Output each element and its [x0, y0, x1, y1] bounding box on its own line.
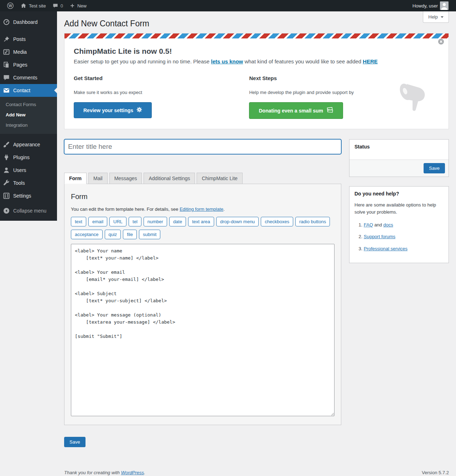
tag-button-quiz[interactable]: quiz — [105, 230, 121, 239]
tag-button-checkboxes[interactable]: checkboxes — [261, 217, 293, 226]
get-started-heading: Get Started — [74, 75, 249, 81]
tab-form[interactable]: Form — [64, 173, 87, 184]
dismiss-icon[interactable] — [438, 39, 444, 45]
wordpress-link[interactable]: WordPress — [121, 470, 144, 475]
tag-button-submit[interactable]: submit — [139, 230, 160, 239]
megaphone-icon — [384, 72, 439, 119]
sidebar-item-collapse-menu[interactable]: Collapse menu — [0, 204, 57, 217]
tag-button-date[interactable]: date — [169, 217, 186, 226]
tag-button-number[interactable]: number — [144, 217, 167, 226]
sidebar-item-media[interactable]: Media — [0, 46, 57, 58]
tag-button-acceptance[interactable]: acceptance — [71, 230, 103, 239]
sidebar-label: Plugins — [13, 155, 30, 160]
pages-icon — [3, 61, 10, 68]
menu-separator — [0, 28, 57, 33]
submenu-item-add-new[interactable]: Add New — [0, 110, 57, 120]
sidebar-label: Users — [13, 167, 26, 173]
docs-link[interactable]: docs — [383, 222, 393, 227]
sidebar-item-plugins[interactable]: Plugins — [0, 151, 57, 164]
comment-bubble-icon — [52, 3, 58, 9]
help-tab[interactable]: Help — [423, 11, 449, 23]
wrench-icon — [3, 179, 10, 187]
review-settings-label: Review your settings — [83, 108, 133, 113]
user-icon — [3, 167, 10, 174]
tag-button-radio-buttons[interactable]: radio buttons — [295, 217, 330, 226]
status-save-button[interactable]: Save — [424, 163, 445, 173]
banner-intro: Easier setup to get you up and running i… — [74, 58, 439, 64]
avatar — [440, 1, 449, 10]
save-button[interactable]: Save — [64, 437, 86, 447]
tag-button-file[interactable]: file — [123, 230, 137, 239]
help-box-intro: Here are some available options to help … — [354, 202, 444, 216]
settings-icon — [3, 192, 10, 199]
sidebar-item-contact[interactable]: Contact — [0, 84, 57, 97]
donate-label: Donating even a small sum — [259, 108, 323, 114]
next-steps-heading: Next Steps — [249, 75, 384, 81]
submenu-item-integration[interactable]: Integration — [0, 120, 57, 130]
media-icon — [3, 48, 10, 56]
form-legend: You can edit the form template here. For… — [71, 206, 335, 212]
admin-bar-new[interactable]: New — [66, 0, 90, 11]
admin-bar: W Test site 0 New Howdy, user — [0, 0, 456, 11]
footer-version: Version 5.7.2 — [422, 470, 449, 475]
wordpress-logo-icon: W — [7, 2, 14, 9]
sidebar-label: Appearance — [13, 142, 40, 147]
support-forums-link[interactable]: Support forums — [364, 234, 395, 239]
sidebar-item-posts[interactable]: Posts — [0, 33, 57, 46]
submenu-item-contact-forms[interactable]: Contact Forms — [0, 99, 57, 110]
form-template-textarea[interactable]: <label> Your name [text* your-name] </la… — [71, 244, 335, 416]
tag-button-text-area[interactable]: text area — [188, 217, 214, 226]
contact-submenu: Contact Forms Add New Integration — [0, 97, 57, 134]
sidebar-label: Comments — [13, 75, 37, 80]
form-panel: Form You can edit the form template here… — [64, 184, 341, 425]
sidebar-label: Posts — [13, 36, 26, 42]
status-body — [349, 154, 449, 159]
airmail-stripes — [64, 33, 449, 38]
sidebar-item-dashboard[interactable]: Dashboard — [0, 16, 57, 28]
tab-messages[interactable]: Messages — [109, 173, 142, 184]
help-metabox: Do you need help? Here are some availabl… — [349, 186, 449, 263]
donate-button[interactable]: Donating even a small sum — [249, 102, 343, 119]
tag-button-email[interactable]: email — [88, 217, 107, 226]
howdy-label: Howdy, user — [413, 3, 438, 9]
gear-icon — [136, 107, 142, 114]
tab-chimpmatic-lite[interactable]: ChimpMatic Lite — [197, 173, 242, 184]
admin-bar-site-name[interactable]: Test site — [17, 0, 49, 11]
sidebar-item-comments[interactable]: Comments — [0, 71, 57, 84]
home-icon — [20, 2, 27, 9]
footer-text: . — [144, 470, 145, 475]
tab-additional-settings[interactable]: Additional Settings — [144, 173, 195, 184]
editing-form-template-link[interactable]: Editing form template — [180, 206, 223, 212]
professional-services-link[interactable]: Professional services — [364, 246, 408, 251]
help-label: Help — [428, 14, 438, 20]
form-panel-heading: Form — [71, 193, 335, 201]
tag-button-drop-down-menu[interactable]: drop-down menu — [216, 217, 259, 226]
tag-button-text[interactable]: text — [71, 217, 86, 226]
legend-text: You can edit the form template here. For… — [71, 206, 180, 212]
faq-link[interactable]: FAQ — [364, 222, 373, 227]
help-box-title: Do you need help? — [349, 187, 449, 201]
banner-intro-text: Easier setup to get you up and running i… — [74, 58, 211, 64]
list-item: Support forums — [364, 233, 444, 240]
sidebar-label: Pages — [13, 62, 27, 68]
list-item-text: and — [373, 222, 383, 227]
list-item: FAQ and docs — [364, 221, 444, 229]
sidebar-item-settings[interactable]: Settings — [0, 189, 57, 202]
wordpress-logo-menu[interactable]: W — [4, 0, 17, 11]
tag-button-url[interactable]: URL — [109, 217, 126, 226]
title-input[interactable] — [64, 139, 341, 154]
admin-bar-my-account[interactable]: Howdy, user — [409, 0, 452, 11]
admin-bar-comments[interactable]: 0 — [49, 0, 66, 11]
here-link[interactable]: HERE — [363, 58, 378, 64]
paintbrush-icon — [3, 141, 10, 148]
sidebar-label: Collapse menu — [13, 208, 46, 214]
sidebar-item-appearance[interactable]: Appearance — [0, 138, 57, 151]
pushpin-icon — [3, 36, 10, 43]
sidebar-item-pages[interactable]: Pages — [0, 58, 57, 71]
sidebar-item-tools[interactable]: Tools — [0, 177, 57, 189]
review-settings-button[interactable]: Review your settings — [74, 102, 152, 118]
sidebar-item-users[interactable]: Users — [0, 164, 57, 177]
tag-button-tel[interactable]: tel — [129, 217, 141, 226]
lets-us-know-link[interactable]: lets us know — [211, 58, 243, 64]
tab-mail[interactable]: Mail — [88, 173, 108, 184]
